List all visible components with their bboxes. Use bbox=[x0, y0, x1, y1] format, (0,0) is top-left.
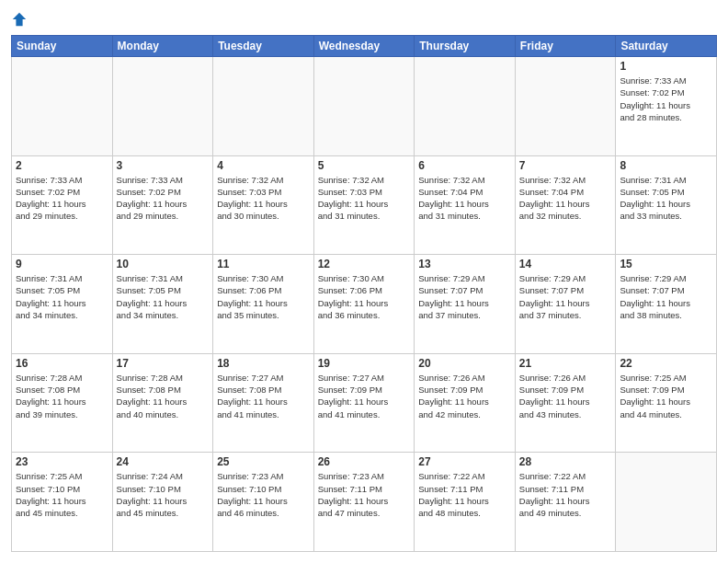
day-cell: 8Sunrise: 7:31 AM Sunset: 7:05 PM Daylig… bbox=[616, 155, 717, 255]
day-number: 2 bbox=[16, 159, 108, 172]
day-number: 28 bbox=[519, 455, 612, 468]
day-number: 4 bbox=[217, 159, 310, 172]
day-cell: 16Sunrise: 7:28 AM Sunset: 7:08 PM Dayli… bbox=[12, 353, 113, 453]
day-cell: 9Sunrise: 7:31 AM Sunset: 7:05 PM Daylig… bbox=[12, 255, 113, 354]
day-number: 25 bbox=[217, 455, 310, 468]
day-info: Sunrise: 7:31 AM Sunset: 7:05 PM Dayligh… bbox=[620, 174, 712, 223]
day-cell: 17Sunrise: 7:28 AM Sunset: 7:08 PM Dayli… bbox=[112, 353, 213, 453]
day-cell: 13Sunrise: 7:29 AM Sunset: 7:07 PM Dayli… bbox=[415, 255, 516, 354]
day-cell bbox=[213, 57, 314, 156]
weekday-header-row: SundayMondayTuesdayWednesdayThursdayFrid… bbox=[12, 36, 717, 57]
day-cell: 15Sunrise: 7:29 AM Sunset: 7:07 PM Dayli… bbox=[616, 255, 717, 354]
day-cell: 11Sunrise: 7:30 AM Sunset: 7:06 PM Dayli… bbox=[213, 255, 314, 354]
svg-marker-0 bbox=[13, 13, 26, 26]
day-cell: 2Sunrise: 7:33 AM Sunset: 7:02 PM Daylig… bbox=[12, 155, 113, 255]
day-cell bbox=[515, 57, 616, 156]
day-info: Sunrise: 7:23 AM Sunset: 7:10 PM Dayligh… bbox=[217, 470, 310, 519]
day-number: 24 bbox=[117, 455, 210, 468]
day-number: 8 bbox=[620, 159, 712, 172]
day-cell: 23Sunrise: 7:25 AM Sunset: 7:10 PM Dayli… bbox=[12, 453, 113, 552]
day-cell: 25Sunrise: 7:23 AM Sunset: 7:10 PM Dayli… bbox=[213, 453, 314, 552]
week-row-3: 9Sunrise: 7:31 AM Sunset: 7:05 PM Daylig… bbox=[12, 255, 717, 354]
day-cell bbox=[12, 57, 113, 156]
day-number: 19 bbox=[318, 357, 411, 370]
day-cell: 21Sunrise: 7:26 AM Sunset: 7:09 PM Dayli… bbox=[515, 353, 616, 453]
day-number: 23 bbox=[16, 455, 108, 468]
day-info: Sunrise: 7:24 AM Sunset: 7:10 PM Dayligh… bbox=[117, 470, 210, 519]
day-cell: 5Sunrise: 7:32 AM Sunset: 7:03 PM Daylig… bbox=[313, 155, 415, 255]
day-info: Sunrise: 7:32 AM Sunset: 7:04 PM Dayligh… bbox=[519, 174, 612, 223]
day-cell bbox=[415, 57, 516, 156]
day-number: 27 bbox=[418, 455, 511, 468]
day-info: Sunrise: 7:27 AM Sunset: 7:08 PM Dayligh… bbox=[217, 372, 310, 420]
day-info: Sunrise: 7:33 AM Sunset: 7:02 PM Dayligh… bbox=[620, 75, 712, 123]
day-info: Sunrise: 7:30 AM Sunset: 7:06 PM Dayligh… bbox=[217, 272, 310, 321]
day-number: 16 bbox=[16, 357, 108, 370]
day-info: Sunrise: 7:29 AM Sunset: 7:07 PM Dayligh… bbox=[418, 272, 511, 321]
day-number: 1 bbox=[620, 60, 712, 73]
day-info: Sunrise: 7:32 AM Sunset: 7:04 PM Dayligh… bbox=[418, 174, 511, 223]
weekday-header-tuesday: Tuesday bbox=[213, 36, 314, 57]
day-info: Sunrise: 7:27 AM Sunset: 7:09 PM Dayligh… bbox=[318, 372, 411, 420]
day-info: Sunrise: 7:29 AM Sunset: 7:07 PM Dayligh… bbox=[620, 272, 712, 321]
day-info: Sunrise: 7:22 AM Sunset: 7:11 PM Dayligh… bbox=[519, 470, 612, 519]
day-info: Sunrise: 7:25 AM Sunset: 7:09 PM Dayligh… bbox=[620, 372, 712, 420]
day-info: Sunrise: 7:30 AM Sunset: 7:06 PM Dayligh… bbox=[318, 272, 411, 321]
day-number: 6 bbox=[418, 159, 511, 172]
day-cell: 22Sunrise: 7:25 AM Sunset: 7:09 PM Dayli… bbox=[616, 353, 717, 453]
day-number: 18 bbox=[217, 357, 310, 370]
day-cell bbox=[616, 453, 717, 552]
day-number: 17 bbox=[117, 357, 210, 370]
day-cell: 24Sunrise: 7:24 AM Sunset: 7:10 PM Dayli… bbox=[112, 453, 213, 552]
day-number: 10 bbox=[117, 258, 210, 270]
day-cell: 3Sunrise: 7:33 AM Sunset: 7:02 PM Daylig… bbox=[112, 155, 213, 255]
day-number: 3 bbox=[117, 159, 210, 172]
week-row-1: 1Sunrise: 7:33 AM Sunset: 7:02 PM Daylig… bbox=[12, 57, 717, 156]
day-number: 22 bbox=[620, 357, 712, 370]
day-info: Sunrise: 7:33 AM Sunset: 7:02 PM Dayligh… bbox=[117, 174, 210, 223]
day-number: 14 bbox=[519, 258, 612, 270]
logo-icon bbox=[11, 11, 28, 28]
day-number: 13 bbox=[418, 258, 511, 270]
day-cell: 20Sunrise: 7:26 AM Sunset: 7:09 PM Dayli… bbox=[415, 353, 516, 453]
day-cell bbox=[112, 57, 213, 156]
day-cell: 27Sunrise: 7:22 AM Sunset: 7:11 PM Dayli… bbox=[415, 453, 516, 552]
day-cell bbox=[313, 57, 415, 156]
weekday-header-monday: Monday bbox=[112, 36, 213, 57]
day-number: 26 bbox=[318, 455, 411, 468]
day-info: Sunrise: 7:28 AM Sunset: 7:08 PM Dayligh… bbox=[16, 372, 108, 420]
day-info: Sunrise: 7:29 AM Sunset: 7:07 PM Dayligh… bbox=[519, 272, 612, 321]
day-number: 21 bbox=[519, 357, 612, 370]
day-cell: 14Sunrise: 7:29 AM Sunset: 7:07 PM Dayli… bbox=[515, 255, 616, 354]
calendar-table: SundayMondayTuesdayWednesdayThursdayFrid… bbox=[11, 35, 717, 552]
day-number: 9 bbox=[16, 258, 108, 270]
week-row-2: 2Sunrise: 7:33 AM Sunset: 7:02 PM Daylig… bbox=[12, 155, 717, 255]
day-number: 5 bbox=[318, 159, 411, 172]
day-info: Sunrise: 7:26 AM Sunset: 7:09 PM Dayligh… bbox=[519, 372, 612, 420]
day-number: 20 bbox=[418, 357, 511, 370]
day-info: Sunrise: 7:32 AM Sunset: 7:03 PM Dayligh… bbox=[318, 174, 411, 223]
weekday-header-friday: Friday bbox=[515, 36, 616, 57]
day-cell: 18Sunrise: 7:27 AM Sunset: 7:08 PM Dayli… bbox=[213, 353, 314, 453]
day-info: Sunrise: 7:31 AM Sunset: 7:05 PM Dayligh… bbox=[117, 272, 210, 321]
weekday-header-sunday: Sunday bbox=[12, 36, 113, 57]
header bbox=[11, 11, 717, 28]
day-number: 7 bbox=[519, 159, 612, 172]
day-cell: 28Sunrise: 7:22 AM Sunset: 7:11 PM Dayli… bbox=[515, 453, 616, 552]
day-number: 11 bbox=[217, 258, 310, 270]
day-cell: 12Sunrise: 7:30 AM Sunset: 7:06 PM Dayli… bbox=[313, 255, 415, 354]
week-row-4: 16Sunrise: 7:28 AM Sunset: 7:08 PM Dayli… bbox=[12, 353, 717, 453]
page: SundayMondayTuesdayWednesdayThursdayFrid… bbox=[0, 0, 728, 563]
weekday-header-wednesday: Wednesday bbox=[313, 36, 415, 57]
day-cell: 7Sunrise: 7:32 AM Sunset: 7:04 PM Daylig… bbox=[515, 155, 616, 255]
day-cell: 10Sunrise: 7:31 AM Sunset: 7:05 PM Dayli… bbox=[112, 255, 213, 354]
day-cell: 26Sunrise: 7:23 AM Sunset: 7:11 PM Dayli… bbox=[313, 453, 415, 552]
week-row-5: 23Sunrise: 7:25 AM Sunset: 7:10 PM Dayli… bbox=[12, 453, 717, 552]
day-info: Sunrise: 7:26 AM Sunset: 7:09 PM Dayligh… bbox=[418, 372, 511, 420]
day-info: Sunrise: 7:28 AM Sunset: 7:08 PM Dayligh… bbox=[117, 372, 210, 420]
day-info: Sunrise: 7:33 AM Sunset: 7:02 PM Dayligh… bbox=[16, 174, 108, 223]
day-info: Sunrise: 7:23 AM Sunset: 7:11 PM Dayligh… bbox=[318, 470, 411, 519]
weekday-header-saturday: Saturday bbox=[616, 36, 717, 57]
day-cell: 4Sunrise: 7:32 AM Sunset: 7:03 PM Daylig… bbox=[213, 155, 314, 255]
day-cell: 1Sunrise: 7:33 AM Sunset: 7:02 PM Daylig… bbox=[616, 57, 717, 156]
